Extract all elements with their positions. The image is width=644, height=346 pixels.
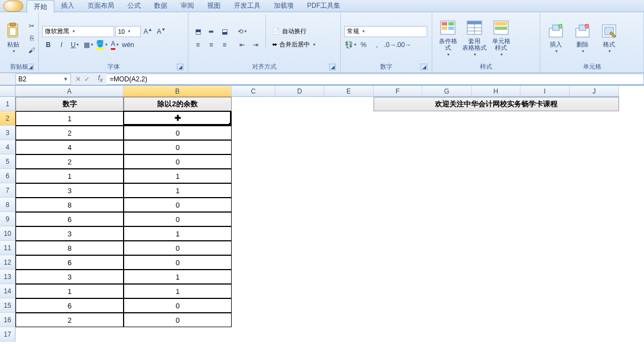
cell-A12[interactable]: 6 bbox=[16, 255, 124, 270]
cell-B15[interactable]: 0 bbox=[124, 298, 232, 313]
indent-dec-button[interactable]: ⇤ bbox=[236, 39, 248, 50]
tab-5[interactable]: 审阅 bbox=[174, 0, 201, 13]
cell-B8[interactable]: 0 bbox=[124, 198, 232, 212]
name-box[interactable]: B2 ▼ bbox=[16, 74, 71, 85]
office-button[interactable] bbox=[3, 1, 23, 12]
row-header-1[interactable]: 1 bbox=[0, 97, 16, 111]
tab-4[interactable]: 数据 bbox=[147, 0, 174, 13]
fx-button[interactable]: fx bbox=[94, 74, 106, 83]
col-header-C[interactable]: C bbox=[232, 86, 275, 97]
indent-inc-button[interactable]: ⇥ bbox=[249, 39, 262, 50]
copy-button[interactable]: ⎘ bbox=[25, 33, 38, 44]
row-header-14[interactable]: 14 bbox=[0, 284, 16, 298]
select-all-button[interactable] bbox=[0, 86, 16, 97]
cell-B7[interactable]: 1 bbox=[124, 183, 232, 198]
font-launcher[interactable]: ◢ bbox=[177, 64, 183, 70]
number-format-combo[interactable]: 常规 bbox=[344, 26, 427, 37]
inc-decimal-button[interactable]: .0→ bbox=[384, 39, 396, 50]
col-header-F[interactable]: F bbox=[374, 86, 422, 97]
cell-A1[interactable]: 数字 bbox=[16, 97, 124, 111]
cell-B13[interactable]: 1 bbox=[124, 270, 232, 284]
row-header-12[interactable]: 12 bbox=[0, 255, 16, 270]
col-header-E[interactable]: E bbox=[324, 86, 374, 97]
align-launcher[interactable]: ◢ bbox=[329, 64, 336, 70]
cell-B4[interactable]: 0 bbox=[124, 140, 232, 154]
row-header-6[interactable]: 6 bbox=[0, 169, 16, 183]
paste-button[interactable]: 粘贴 bbox=[3, 14, 23, 61]
cell-A2[interactable]: 1 bbox=[16, 111, 124, 126]
number-launcher[interactable]: ◢ bbox=[421, 64, 427, 70]
cancel-formula-button[interactable]: ✕ bbox=[75, 75, 81, 83]
fill-color-button[interactable]: 🪣 bbox=[95, 39, 108, 50]
row-header-2[interactable]: 2 bbox=[0, 111, 16, 126]
row-header-17[interactable]: 17 bbox=[0, 327, 16, 342]
worksheet-grid[interactable]: ABCDEFGHIJ 1234567891011121314151617 数字除… bbox=[0, 85, 644, 346]
cell-A5[interactable]: 2 bbox=[16, 154, 124, 169]
tab-8[interactable]: 加载项 bbox=[267, 0, 300, 13]
cell-A15[interactable]: 6 bbox=[16, 298, 124, 313]
cell-B16[interactable]: 0 bbox=[124, 313, 232, 327]
font-size-combo[interactable]: 10 bbox=[115, 26, 141, 37]
comma-button[interactable]: , bbox=[371, 39, 383, 50]
banner-cell[interactable]: 欢迎关注中华会计网校实务畅学卡课程 bbox=[374, 97, 619, 111]
percent-button[interactable]: % bbox=[357, 39, 370, 50]
clipboard-launcher[interactable]: ◢ bbox=[27, 64, 34, 70]
align-left-button[interactable]: ≡ bbox=[192, 39, 204, 50]
cell-A8[interactable]: 8 bbox=[16, 198, 124, 212]
cell-B2[interactable] bbox=[124, 111, 232, 126]
cell-A9[interactable]: 6 bbox=[16, 212, 124, 226]
tab-2[interactable]: 页面布局 bbox=[81, 0, 121, 13]
bold-button[interactable]: B bbox=[42, 39, 54, 50]
formula-input[interactable]: =MOD(A2,2) bbox=[106, 74, 644, 85]
cell-A4[interactable]: 4 bbox=[16, 140, 124, 154]
underline-button[interactable]: U bbox=[69, 39, 81, 50]
col-header-A[interactable]: A bbox=[16, 86, 124, 97]
cell-B1[interactable]: 除以2的余数 bbox=[124, 97, 232, 111]
cell-A10[interactable]: 3 bbox=[16, 226, 124, 241]
tab-3[interactable]: 公式 bbox=[121, 0, 147, 13]
cell-A6[interactable]: 1 bbox=[16, 169, 124, 183]
cut-button[interactable]: ✂ bbox=[25, 20, 38, 32]
row-header-8[interactable]: 8 bbox=[0, 198, 16, 212]
cell-B6[interactable]: 1 bbox=[124, 169, 232, 183]
italic-button[interactable]: I bbox=[55, 39, 68, 50]
row-header-16[interactable]: 16 bbox=[0, 313, 16, 327]
cell-A13[interactable]: 3 bbox=[16, 270, 124, 284]
tab-0[interactable]: 开始 bbox=[27, 0, 54, 13]
phonetic-button[interactable]: wén bbox=[122, 39, 134, 50]
row-header-5[interactable]: 5 bbox=[0, 154, 16, 169]
align-right-button[interactable]: ≡ bbox=[218, 39, 231, 50]
col-header-I[interactable]: I bbox=[520, 86, 570, 97]
align-middle-button[interactable]: ⬌ bbox=[205, 26, 217, 37]
format-painter-button[interactable]: 🖌 bbox=[25, 45, 38, 56]
cell-B5[interactable]: 0 bbox=[124, 154, 232, 169]
tab-1[interactable]: 插入 bbox=[54, 0, 81, 13]
accept-formula-button[interactable]: ✓ bbox=[84, 75, 90, 83]
tab-7[interactable]: 开发工具 bbox=[227, 0, 267, 13]
shrink-font-button[interactable]: A▼ bbox=[155, 26, 167, 37]
cell-B11[interactable]: 0 bbox=[124, 241, 232, 255]
conditional-format-button[interactable]: 条件格式 bbox=[436, 14, 460, 61]
dec-decimal-button[interactable]: .00→ bbox=[397, 39, 410, 50]
format-table-button[interactable]: 套用 表格格式 bbox=[462, 14, 487, 61]
cell-A7[interactable]: 3 bbox=[16, 183, 124, 198]
cell-B10[interactable]: 1 bbox=[124, 226, 232, 241]
cell-B12[interactable]: 0 bbox=[124, 255, 232, 270]
merge-center-button[interactable]: ⬌合并后居中 bbox=[270, 39, 318, 50]
insert-cells-button[interactable]: + 插入 bbox=[544, 14, 568, 61]
cell-A14[interactable]: 1 bbox=[16, 284, 124, 298]
row-header-11[interactable]: 11 bbox=[0, 241, 16, 255]
format-cells-button[interactable]: 格式 bbox=[597, 14, 621, 61]
wrap-text-button[interactable]: 📄自动换行 bbox=[270, 26, 318, 37]
cell-A16[interactable]: 2 bbox=[16, 313, 124, 327]
font-color-button[interactable]: A bbox=[109, 39, 121, 50]
col-header-B[interactable]: B bbox=[124, 86, 232, 97]
align-bottom-button[interactable]: ⬓ bbox=[218, 26, 231, 37]
delete-cells-button[interactable]: × 删除 bbox=[570, 14, 595, 61]
cell-B9[interactable]: 0 bbox=[124, 212, 232, 226]
row-header-4[interactable]: 4 bbox=[0, 140, 16, 154]
tab-6[interactable]: 视图 bbox=[201, 0, 227, 13]
align-top-button[interactable]: ⬒ bbox=[192, 26, 204, 37]
font-name-combo[interactable]: 微软雅黑 bbox=[42, 26, 114, 37]
orientation-button[interactable]: ⟲ bbox=[236, 26, 248, 37]
